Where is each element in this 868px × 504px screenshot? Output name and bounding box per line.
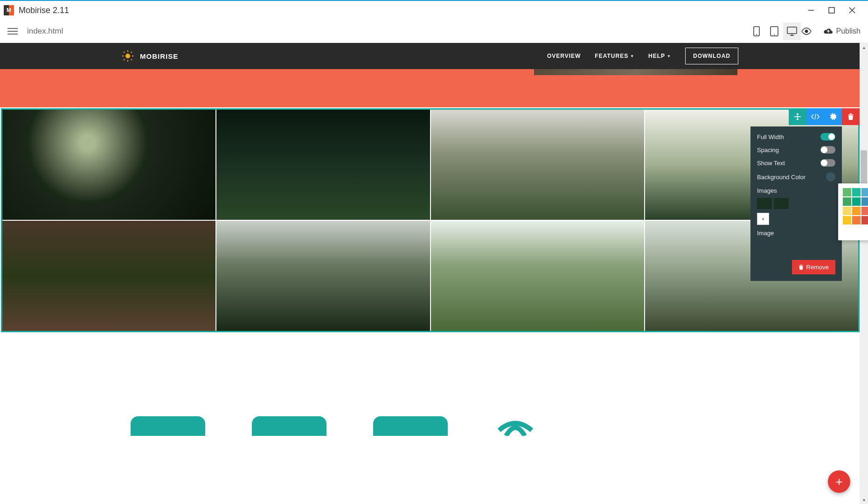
minimize-icon[interactable] xyxy=(807,7,815,14)
chevron-down-icon: ▼ xyxy=(667,54,671,58)
color-swatch[interactable] xyxy=(852,188,861,196)
color-swatch[interactable] xyxy=(852,216,861,224)
svg-line-20 xyxy=(124,59,125,60)
background-color-swatch[interactable] xyxy=(826,172,835,182)
trash-icon xyxy=(799,264,804,270)
gallery-image[interactable] xyxy=(216,221,430,331)
color-swatch[interactable] xyxy=(843,216,851,224)
image-thumb[interactable] xyxy=(757,198,772,209)
hero-section-block[interactable] xyxy=(0,69,860,107)
publish-label: Publish xyxy=(836,27,861,35)
brand-text: MOBIRISE xyxy=(140,52,178,60)
delete-block-button[interactable] xyxy=(842,108,860,125)
filename-label[interactable]: index.html xyxy=(27,27,748,36)
canvas-area: MOBIRISE OVERVIEW FEATURES▼ HELP▼ DOWNLO… xyxy=(0,43,868,504)
svg-point-12 xyxy=(125,54,130,58)
window-controls xyxy=(807,7,864,14)
images-section-label: Images xyxy=(757,187,835,194)
menu-icon[interactable] xyxy=(7,28,18,35)
color-swatch[interactable] xyxy=(861,216,868,224)
nav-help[interactable]: HELP▼ xyxy=(648,53,671,59)
nav-links: OVERVIEW FEATURES▼ HELP▼ DOWNLOAD xyxy=(547,48,738,64)
app-title: Mobirise 2.11 xyxy=(19,6,807,15)
color-swatch[interactable] xyxy=(843,207,851,215)
publish-button[interactable]: Publish xyxy=(823,27,861,35)
maximize-icon[interactable] xyxy=(828,7,835,14)
setting-spacing: Spacing xyxy=(757,146,835,154)
scroll-up-button[interactable]: ▴ xyxy=(860,43,868,51)
color-swatch[interactable] xyxy=(843,197,851,206)
image-thumbnails xyxy=(757,198,835,209)
full-width-toggle[interactable] xyxy=(820,133,835,140)
feature-icons-row xyxy=(131,416,536,436)
gallery-image[interactable] xyxy=(431,221,644,331)
color-swatch[interactable] xyxy=(861,207,868,215)
spacing-toggle[interactable] xyxy=(820,146,835,154)
color-swatch[interactable] xyxy=(852,197,861,206)
gallery-image[interactable] xyxy=(2,110,215,220)
color-swatch[interactable] xyxy=(843,188,851,196)
thumb-pagination: ‹ xyxy=(757,213,835,225)
features-section-block[interactable] xyxy=(0,333,860,436)
gallery-grid xyxy=(2,110,858,331)
more-colors-link[interactable]: More > xyxy=(843,229,868,236)
toolbar: index.html Publish xyxy=(0,20,868,43)
block-toolbar xyxy=(789,108,860,125)
hero-image xyxy=(534,69,737,75)
nav-features[interactable]: FEATURES▼ xyxy=(595,53,634,59)
close-icon[interactable] xyxy=(848,7,856,14)
image-thumb[interactable] xyxy=(774,198,789,209)
globe-icon xyxy=(494,416,536,436)
gallery-image[interactable] xyxy=(2,221,215,331)
feature-icon xyxy=(131,416,205,436)
gallery-image[interactable] xyxy=(431,110,644,220)
gallery-block[interactable]: Full Width Spacing Show Text Background … xyxy=(1,108,860,332)
color-swatch[interactable] xyxy=(861,188,868,196)
prev-page-button[interactable]: ‹ xyxy=(757,213,769,225)
color-picker-popup: #553982 More > xyxy=(838,183,868,240)
mobile-view-button[interactable] xyxy=(748,22,765,40)
app-icon: M xyxy=(4,5,14,15)
scroll-down-button[interactable]: ▾ xyxy=(860,496,868,504)
svg-point-5 xyxy=(756,34,757,35)
nav-overview[interactable]: OVERVIEW xyxy=(547,53,581,59)
setting-background-color: Background Color xyxy=(757,172,835,182)
remove-button[interactable]: Remove xyxy=(792,260,835,274)
svg-line-18 xyxy=(131,59,132,60)
chevron-down-icon: ▼ xyxy=(630,54,634,58)
tablet-view-button[interactable] xyxy=(765,22,783,40)
svg-line-19 xyxy=(131,52,132,53)
image-section-label: Image xyxy=(757,230,835,237)
nav-download[interactable]: DOWNLOAD xyxy=(685,48,738,64)
move-block-button[interactable] xyxy=(789,108,806,125)
show-text-toggle[interactable] xyxy=(820,159,835,167)
vertical-scrollbar[interactable]: ▴ ▾ xyxy=(860,43,868,504)
feature-icon xyxy=(252,416,326,436)
svg-point-7 xyxy=(774,34,775,35)
gallery-image[interactable] xyxy=(216,110,430,220)
svg-point-11 xyxy=(805,29,808,33)
setting-show-text: Show Text xyxy=(757,159,835,167)
svg-line-17 xyxy=(124,52,125,53)
device-switcher xyxy=(748,22,801,40)
sun-icon xyxy=(121,49,134,63)
svg-rect-1 xyxy=(829,7,834,13)
svg-rect-8 xyxy=(787,27,797,34)
desktop-view-button[interactable] xyxy=(783,22,801,40)
color-grid xyxy=(843,188,868,224)
settings-button[interactable] xyxy=(824,108,842,125)
brand[interactable]: MOBIRISE xyxy=(121,49,178,63)
color-swatch[interactable] xyxy=(861,197,868,206)
feature-icon xyxy=(373,416,448,436)
titlebar: M Mobirise 2.11 xyxy=(0,0,868,20)
add-block-button[interactable]: + xyxy=(828,470,850,493)
code-button[interactable] xyxy=(806,108,824,125)
site-nav-block[interactable]: MOBIRISE OVERVIEW FEATURES▼ HELP▼ DOWNLO… xyxy=(0,43,860,69)
preview-icon[interactable] xyxy=(801,28,812,35)
setting-full-width: Full Width xyxy=(757,133,835,140)
color-swatch[interactable] xyxy=(852,207,861,215)
block-settings-panel: Full Width Spacing Show Text Background … xyxy=(750,126,842,281)
